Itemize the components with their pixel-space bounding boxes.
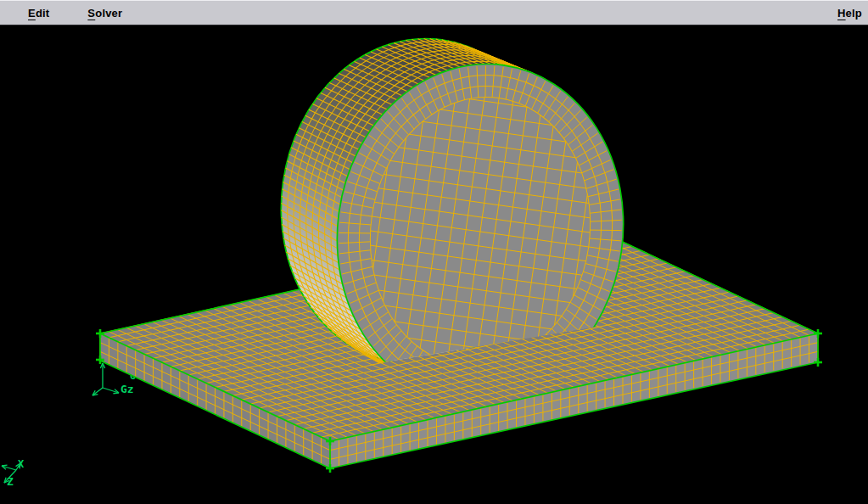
menu-item-help[interactable]: Help xyxy=(837,7,862,20)
menu-item-solver[interactable]: Solver xyxy=(87,7,122,20)
corner-axis-label: Gz xyxy=(120,383,134,395)
menu-edit-rest: dit xyxy=(36,7,49,20)
menu-help-rest: elp xyxy=(846,7,862,20)
menubar: Edit Solver Help xyxy=(0,0,868,25)
menu-solver-rest: olver xyxy=(95,7,122,20)
menu-edit-mnemonic: E xyxy=(28,7,36,20)
application-window: G Gz X Z Edit Solver Help xyxy=(0,0,868,504)
menu-item-edit[interactable]: Edit xyxy=(28,7,49,20)
menu-help-mnemonic: H xyxy=(837,7,846,20)
menu-solver-mnemonic: S xyxy=(87,7,95,20)
model-viewport[interactable]: G Gz X Z xyxy=(0,0,868,504)
